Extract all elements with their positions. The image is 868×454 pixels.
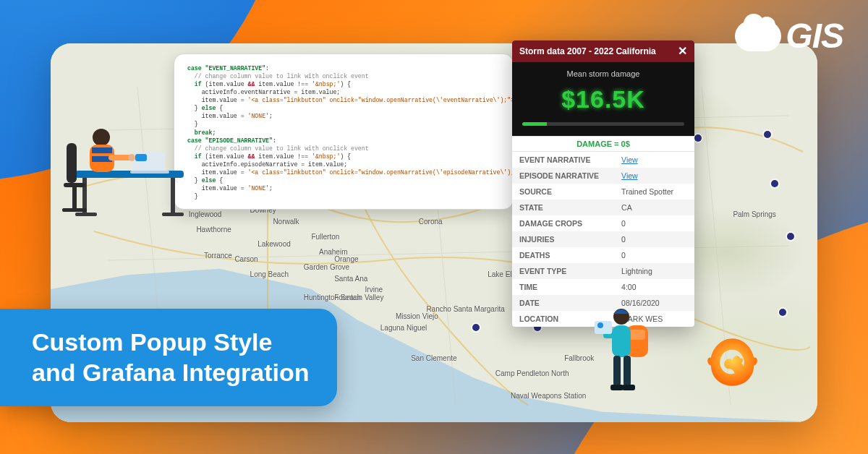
city-label: Torrance (204, 252, 232, 260)
gauge-title: Mean storm damage (512, 69, 694, 78)
code-snippet-bubble: case "EVENT_NARRATIVE": // change column… (174, 53, 514, 210)
attr-key: TIME (512, 279, 614, 295)
city-label: Orange (334, 255, 358, 263)
popup-title: Storm data 2007 - 2022 California (519, 46, 656, 56)
city-label: Carson (234, 255, 258, 263)
view-link[interactable]: View (621, 155, 638, 164)
city-label: Hawthorne (196, 226, 231, 234)
svg-rect-7 (135, 154, 147, 161)
svg-rect-11 (72, 187, 77, 210)
svg-rect-2 (171, 178, 175, 214)
svg-rect-8 (67, 143, 77, 183)
city-label: Fallbrook (564, 354, 594, 362)
city-label: Norwalk (273, 218, 299, 226)
title-line-1: Custom Popup Style (32, 328, 272, 356)
attr-value: Lightning (621, 267, 652, 275)
close-icon[interactable]: ✕ (678, 46, 687, 57)
hero-title-banner: Custom Popup Style and Grafana Integrati… (0, 309, 337, 406)
storm-data-popup: Storm data 2007 - 2022 California ✕ Mean… (512, 40, 694, 327)
svg-rect-6 (130, 171, 169, 174)
svg-rect-19 (629, 330, 645, 340)
svg-point-28 (597, 322, 603, 328)
city-label: Long Beach (250, 270, 289, 278)
attr-key: DEATHS (512, 247, 614, 263)
cloud-icon (735, 21, 781, 51)
city-label: Laguna Niguel (380, 324, 427, 332)
city-label: Inglewood (189, 210, 222, 218)
attr-row: DEATHS 0 (512, 247, 694, 263)
city-label: Palm Springs (733, 210, 775, 218)
attr-value: 4:00 (621, 283, 636, 291)
map-marker[interactable] (764, 131, 771, 138)
grafana-logo-icon (703, 334, 760, 390)
attr-row: SOURCE Trained Spotter (512, 184, 694, 200)
popup-header: Storm data 2007 - 2022 California ✕ (512, 40, 694, 62)
map-marker[interactable] (472, 324, 480, 331)
city-label: Corona (419, 218, 443, 226)
attr-value: 0 (621, 235, 626, 244)
svg-rect-25 (622, 385, 635, 390)
attr-key: EVENT TYPE (512, 263, 614, 279)
map-marker[interactable] (779, 309, 786, 316)
city-label: Rancho Santa Margarita (426, 305, 504, 313)
attr-key: EVENT NARRATIVE (512, 152, 614, 168)
svg-rect-24 (610, 385, 624, 390)
city-label: Camp Pendleton North (495, 369, 569, 377)
attr-key: SOURCE (512, 184, 614, 200)
svg-point-17 (128, 154, 135, 161)
svg-rect-14 (92, 147, 112, 153)
title-line-2: and Grafana Integration (32, 359, 310, 386)
attr-value: 0 (621, 251, 626, 260)
svg-rect-23 (624, 356, 631, 386)
damage-summary: DAMAGE = 0$ (512, 136, 694, 152)
svg-rect-4 (162, 213, 184, 216)
attr-key: DAMAGE CROPS (512, 215, 614, 231)
gis-logo-text: GIS (786, 16, 843, 56)
city-label: Irvine (365, 286, 383, 294)
attr-value: CA (621, 203, 632, 212)
attr-row: STATE CA (512, 200, 694, 215)
attr-row: DAMAGE CROPS 0 (512, 215, 694, 231)
svg-rect-22 (613, 356, 621, 386)
gauge-value: $16.5K (512, 85, 694, 113)
city-label: Garden Grove (304, 263, 349, 271)
gis-cloud-logo: GIS (735, 16, 843, 56)
field-surveyor-illustration (593, 301, 658, 402)
map-marker[interactable] (771, 180, 778, 187)
svg-rect-20 (612, 325, 631, 357)
attr-row: INJURIES 0 (512, 231, 694, 247)
desk-developer-illustration (61, 114, 191, 223)
attr-key: EPISODE NARRATIVE (512, 168, 614, 184)
attr-value: 0 (621, 219, 626, 228)
city-label: Santa Ana (334, 275, 367, 283)
city-label: Lakewood (258, 240, 291, 248)
city-label: San Clemente (411, 354, 456, 362)
city-label: Naval Weapons Station (511, 392, 586, 400)
view-link[interactable]: View (621, 171, 638, 180)
map-marker[interactable] (787, 233, 794, 240)
attr-row: EPISODE NARRATIVE View (512, 168, 694, 184)
attr-key: STATE (512, 200, 614, 215)
attr-row: EVENT TYPE Lightning (512, 263, 694, 279)
attr-key: INJURIES (512, 231, 614, 247)
city-label: Fountain Valley (334, 294, 383, 301)
city-label: Mission Viejo (396, 312, 438, 320)
svg-point-12 (93, 129, 110, 146)
attr-value: Trained Spotter (621, 187, 673, 196)
grafana-gauge-panel: Mean storm damage $16.5K (512, 62, 694, 136)
attr-row: EVENT NARRATIVE View (512, 152, 694, 168)
svg-rect-3 (75, 213, 97, 216)
city-label: Fullerton (311, 233, 339, 241)
attr-row: TIME 4:00 (512, 279, 694, 295)
gauge-bar (522, 122, 684, 126)
svg-rect-27 (595, 321, 612, 334)
